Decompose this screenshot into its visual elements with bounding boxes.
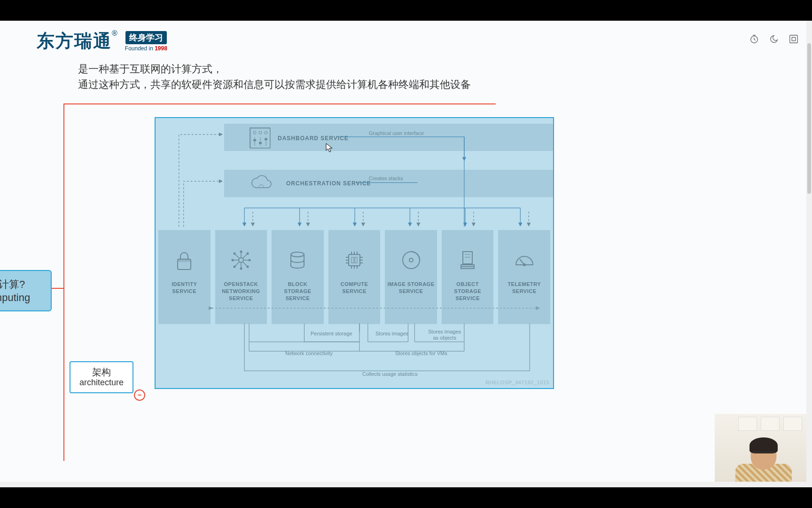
branch-line-h bbox=[63, 103, 496, 104]
tile-identity: IDENTITY SERVICE bbox=[158, 230, 211, 324]
cap-net-conn: Network connectivity bbox=[285, 350, 333, 356]
cap-stores-vms: Stores objects for VMs bbox=[395, 350, 447, 356]
topic-cloud-computing: 计算? mputing bbox=[0, 270, 52, 311]
brand-cn: 东方瑞通 bbox=[37, 31, 112, 51]
moon-icon[interactable] bbox=[769, 34, 779, 44]
svg-rect-1 bbox=[790, 35, 798, 43]
tile-compute: COMPUTE SERVICE bbox=[328, 230, 381, 324]
svg-point-56 bbox=[523, 263, 526, 266]
network-icon bbox=[230, 249, 252, 271]
lock-icon bbox=[173, 249, 195, 271]
diagram-watermark: RHELOSP_347192_1015 bbox=[486, 380, 549, 385]
svg-rect-33 bbox=[349, 254, 360, 266]
disc-icon bbox=[400, 249, 422, 271]
brand-founded: Founded in 1998 bbox=[125, 45, 167, 52]
cap-stores-images-obj: Stores images as objects bbox=[428, 329, 461, 341]
svg-rect-14 bbox=[178, 259, 191, 262]
svg-rect-35 bbox=[355, 257, 357, 263]
presenter-webcam bbox=[715, 414, 812, 487]
svg-point-31 bbox=[233, 253, 235, 255]
tile-image-storage: IMAGE STORAGE SERVICE bbox=[385, 230, 437, 324]
service-tiles: IDENTITY SERVICE OPENSTACK NETWORKING SE… bbox=[158, 230, 550, 324]
tile-object-storage: OBJECT STORAGE SERVICE bbox=[442, 230, 494, 324]
svg-point-29 bbox=[233, 266, 235, 268]
svg-point-27 bbox=[248, 259, 250, 262]
branch-connector bbox=[52, 288, 64, 289]
svg-point-26 bbox=[231, 259, 234, 262]
brand-badge: 终身学习 bbox=[125, 31, 167, 44]
openstack-architecture-diagram: DASHBOARD SERVICE Graphical user interfa… bbox=[155, 117, 554, 389]
document-stack-icon bbox=[456, 249, 479, 271]
timer-icon[interactable] bbox=[749, 34, 759, 44]
cpu-icon bbox=[343, 249, 366, 271]
tile-block-storage: BLOCK STORAGE SERVICE bbox=[272, 230, 324, 324]
svg-rect-52 bbox=[461, 267, 474, 269]
cap-persistent: Persistent storage bbox=[311, 331, 352, 336]
slide-stage: 东方瑞通® 终身学习 Founded in 1998 是一种基于互联网的计算方式… bbox=[0, 21, 812, 487]
svg-point-28 bbox=[246, 253, 249, 255]
svg-rect-2 bbox=[792, 37, 795, 40]
svg-point-15 bbox=[239, 258, 243, 262]
svg-point-24 bbox=[240, 251, 242, 253]
svg-rect-34 bbox=[351, 257, 354, 263]
cap-collects: Collects usage statistics bbox=[362, 371, 417, 377]
intro-line1: 是一种基于互联网的计算方式， bbox=[78, 61, 471, 77]
collapse-node-button[interactable]: − bbox=[134, 389, 145, 401]
intro-text: 是一种基于互联网的计算方式， 通过这种方式，共享的软硬件资源和信息可以按需求提供… bbox=[78, 61, 471, 92]
branch-line-v bbox=[63, 103, 64, 461]
scrollbar-horizontal[interactable] bbox=[0, 482, 812, 487]
scrollbar-vertical[interactable] bbox=[806, 21, 812, 487]
tile-telemetry: TELEMETRY SERVICE bbox=[498, 230, 550, 324]
database-icon bbox=[286, 249, 309, 271]
player-controls bbox=[749, 34, 799, 44]
fullscreen-icon[interactable] bbox=[789, 34, 799, 44]
intro-line2: 通过这种方式，共享的软硬件资源和信息可以按需求提供给计算机各种终端和其他设备 bbox=[78, 77, 471, 92]
cap-stores-images: Stores images bbox=[375, 331, 408, 336]
svg-point-25 bbox=[240, 268, 242, 270]
svg-point-32 bbox=[291, 252, 304, 257]
tile-networking: OPENSTACK NETWORKING SERVICE bbox=[215, 230, 267, 324]
svg-rect-50 bbox=[463, 252, 472, 264]
svg-point-49 bbox=[409, 258, 413, 262]
svg-point-30 bbox=[246, 266, 249, 268]
brand-logo: 东方瑞通® 终身学习 Founded in 1998 bbox=[37, 29, 167, 53]
gauge-icon bbox=[513, 249, 536, 271]
topic-architecture[interactable]: 架构 architecture bbox=[70, 361, 133, 393]
brand-r: ® bbox=[112, 29, 117, 37]
